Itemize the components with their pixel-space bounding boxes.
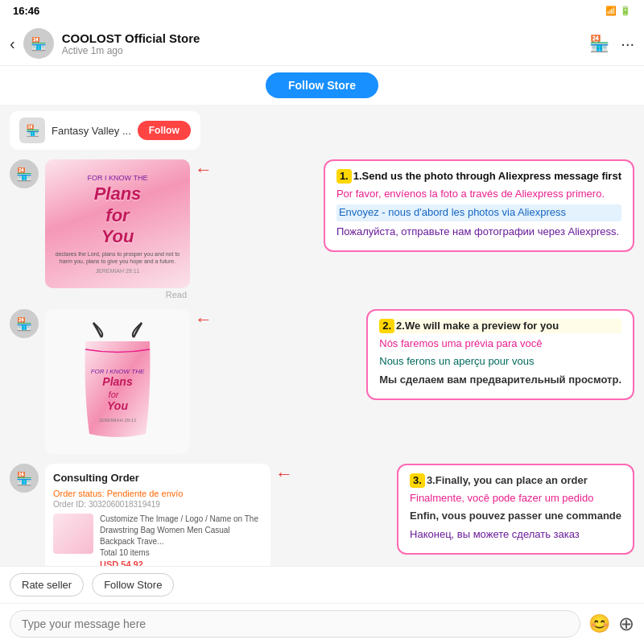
section-2: 🏪	[10, 309, 634, 454]
svg-text:for: for	[109, 390, 120, 399]
info-box-1: 1.1.Send us the photo through Aliexpress…	[324, 159, 634, 252]
sender-avatar-1: 🏪	[10, 159, 39, 188]
msg-row-1: 🏪 FOR I KNOW THE PlansforYou declares th…	[10, 159, 190, 299]
store-notif-avatar: 🏪	[19, 118, 45, 143]
info-2-line3: Nous ferons un aperçu pour vous	[379, 354, 621, 369]
info-box-2: 2.2.We will make a preview for you Nós f…	[366, 309, 634, 400]
bag-svg: FOR I KNOW THE Plans for You JEREMIAH 29…	[69, 321, 166, 442]
store-notification: 🏪 Fantasy Valley ... Follow	[10, 111, 200, 150]
status-icons: 📶 🔋	[605, 6, 631, 16]
order-status-row: Order status: Pendiente de envío	[53, 489, 262, 498]
svg-text:You: You	[107, 399, 128, 412]
battery-icon: 🔋	[620, 6, 631, 16]
chat-area: 🏪 Fantasy Valley ... Follow 🏪 FOR I KNOW…	[0, 105, 644, 596]
order-card-title: Consulting Order	[53, 472, 262, 484]
follow-store-bottom-button[interactable]: Follow Store	[92, 573, 174, 597]
info-3-line4: Наконец, вы можете сделать заказ	[410, 527, 621, 542]
info-3-line2: Finalmente, você pode fazer um pedido	[410, 491, 621, 506]
time: 16:46	[13, 5, 39, 17]
store-icon[interactable]: 🏪	[589, 34, 609, 53]
product-image-1: FOR I KNOW THE PlansforYou declares the …	[45, 159, 190, 288]
rate-seller-button[interactable]: Rate seller	[10, 573, 84, 597]
header-action-icons: 🏪 ···	[589, 34, 634, 53]
sender-avatar-2: 🏪	[10, 309, 39, 338]
more-icon[interactable]: ···	[621, 35, 634, 53]
msg-content-1: FOR I KNOW THE PlansforYou declares the …	[45, 159, 190, 299]
info-box-3-area: ← 3.3.Finally, you can place an order Fi…	[275, 464, 634, 555]
msg-row-2: 🏪	[10, 309, 190, 454]
info-3-line1: 3.3.Finally, you can place an order	[410, 473, 621, 488]
follow-store-banner: Follow Store	[0, 66, 644, 105]
order-product-thumbnail	[53, 514, 93, 554]
bottom-bar: Rate seller Follow Store 😊 ⊕	[0, 566, 644, 644]
section-1: 🏪 FOR I KNOW THE PlansforYou declares th…	[10, 159, 634, 299]
product-text: PlansforYou	[94, 184, 142, 247]
bottom-actions: Rate seller Follow Store	[0, 567, 644, 604]
order-id: Order ID: 3032060018319419	[53, 500, 262, 509]
header-info: COOLOST Official Store Active 1m ago	[62, 31, 582, 56]
info-1-line4: Пожалуйста, отправьте нам фотографии чер…	[336, 225, 621, 239]
emoji-button[interactable]: 😊	[588, 613, 610, 634]
arrow-1: ←	[195, 159, 213, 180]
arrow-3: ←	[275, 464, 293, 485]
arrow-2: ←	[195, 309, 213, 330]
msg-content-2: FOR I KNOW THE Plans for You JEREMIAH 29…	[45, 309, 190, 454]
store-name: COOLOST Official Store	[62, 31, 582, 45]
info-box-1-area: ← 1.1.Send us the photo through Aliexpre…	[195, 159, 634, 252]
chat-header: ‹ 🏪 COOLOST Official Store Active 1m ago…	[0, 22, 644, 66]
network-icon: 📶	[605, 6, 617, 16]
follow-store-top-button[interactable]: Follow Store	[266, 72, 378, 98]
active-status: Active 1m ago	[62, 45, 582, 56]
back-button[interactable]: ‹	[10, 35, 15, 53]
sender-avatar-3: 🏪	[10, 464, 39, 493]
bag-image: FOR I KNOW THE Plans for You JEREMIAH 29…	[45, 309, 190, 454]
follow-notification-button[interactable]: Follow	[138, 121, 191, 140]
add-attachment-button[interactable]: ⊕	[618, 613, 634, 635]
message-input-row: 😊 ⊕	[0, 604, 644, 644]
store-notif-name: Fantasy Valley ...	[52, 125, 131, 137]
message-input[interactable]	[10, 610, 580, 638]
read-label: Read	[45, 290, 190, 299]
info-box-2-area: ← 2.2.We will make a preview for you Nós…	[195, 309, 634, 400]
svg-text:FOR I KNOW THE: FOR I KNOW THE	[91, 368, 145, 375]
info-2-line4: Мы сделаем вам предварительный просмотр.	[379, 373, 621, 387]
info-3-line3: Enfin, vous pouvez passer une commande	[410, 509, 621, 523]
svg-text:JEREMIAH 29:11: JEREMIAH 29:11	[98, 418, 137, 423]
info-2-line2: Nós faremos uma prévia para você	[379, 336, 621, 351]
svg-text:Plans: Plans	[102, 375, 133, 388]
status-bar: 16:46 📶 🔋	[0, 0, 644, 22]
info-1-line1: 1.1.Send us the photo through Aliexpress…	[336, 169, 621, 184]
store-avatar: 🏪	[23, 28, 54, 59]
info-1-line3: Envoyez - nous d'abord les photos via Al…	[336, 204, 621, 221]
info-box-3: 3.3.Finally, you can place an order Fina…	[397, 464, 634, 555]
info-2-line1: 2.2.We will make a preview for you	[379, 319, 621, 333]
info-1-line2: Por favor, envíenos la foto a través de …	[336, 187, 621, 201]
